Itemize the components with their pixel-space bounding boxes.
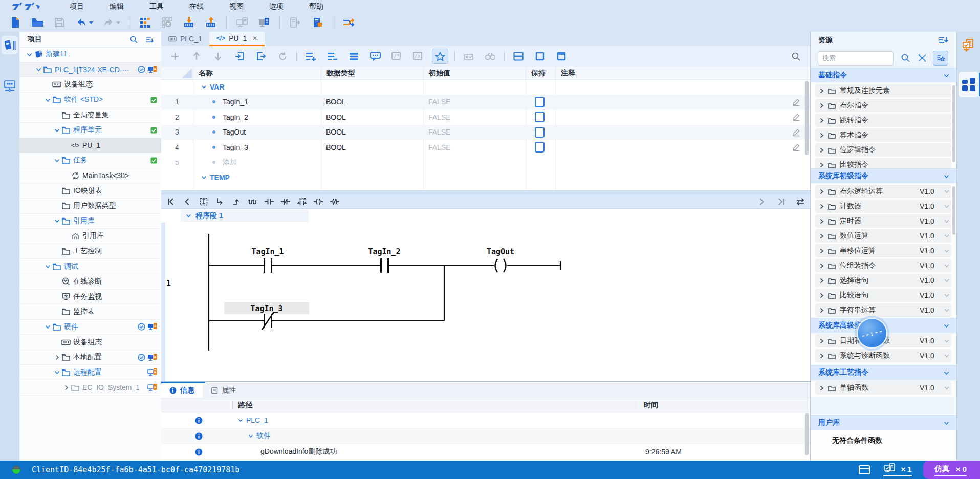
chevron-right-icon[interactable] xyxy=(819,385,824,391)
chevron-down-icon[interactable] xyxy=(944,307,950,313)
monitor-device-button[interactable] xyxy=(257,16,271,29)
comment-button[interactable] xyxy=(367,49,383,63)
chevron-down-icon[interactable] xyxy=(53,127,61,133)
chevron-down-icon[interactable] xyxy=(248,433,253,439)
chevron-right-icon[interactable] xyxy=(819,133,824,138)
var-row-TagIn_1[interactable]: 1TagIn_1BOOLFALSE xyxy=(161,95,810,110)
plus-button[interactable] xyxy=(167,49,183,63)
simulation-status[interactable]: 仿真 × 0 xyxy=(923,461,980,479)
select-all-corner[interactable] xyxy=(182,68,192,78)
resource-item--[interactable]: 常规及连接元素 xyxy=(815,84,951,97)
chevron-right-icon[interactable] xyxy=(819,103,824,108)
download-plc-button[interactable] xyxy=(182,16,195,29)
resource-item--[interactable]: 字符串运算 V1.0 xyxy=(815,303,951,317)
tree-item--[interactable]: 程序单元 xyxy=(19,123,161,138)
ld-next-button[interactable] xyxy=(755,195,768,208)
chevron-right-icon[interactable] xyxy=(819,147,824,153)
menu-item-0[interactable]: 项目 xyxy=(70,2,84,10)
chevron-down-icon[interactable] xyxy=(944,218,950,224)
chevron-down-icon[interactable] xyxy=(44,97,52,103)
split-h-button[interactable] xyxy=(511,49,526,63)
tree-item--[interactable]: 全局变量集 xyxy=(19,107,161,123)
network-title[interactable]: 程序段 1 xyxy=(186,211,223,221)
tab-pu-1[interactable]: </> PU_1 ✕ xyxy=(209,32,265,46)
col-path[interactable]: 路径 xyxy=(238,401,252,410)
ld-contact-nc-button[interactable] xyxy=(279,195,292,208)
open-project-button[interactable] xyxy=(31,16,44,29)
tree-item--[interactable]: 设备组态 xyxy=(19,335,161,350)
resource-scrollbar[interactable] xyxy=(952,85,955,162)
col-initvalue[interactable]: 初始值 xyxy=(423,67,526,79)
keep-checkbox[interactable] xyxy=(535,97,545,107)
chevron-down-icon[interactable] xyxy=(944,188,950,194)
resource-section-3[interactable]: 系统库工艺指令 xyxy=(811,365,956,380)
ladder-canvas[interactable]: 1 TagIn_1 TagIn_2 TagOut TagIn_3 xyxy=(161,223,810,376)
chevron-right-icon[interactable] xyxy=(819,308,824,313)
messages-scrollbar[interactable] xyxy=(805,413,809,455)
menu-item-4[interactable]: 视图 xyxy=(229,2,244,10)
chevron-right-icon[interactable] xyxy=(819,219,824,224)
upload-plc-button[interactable] xyxy=(204,16,217,29)
resource-item--[interactable]: 单轴函数 V1.0 xyxy=(815,381,951,395)
resource-item--[interactable]: 系统与诊断函数 V1.0 xyxy=(815,349,951,362)
tree-item--[interactable]: 在线诊断 xyxy=(19,274,161,290)
ld-branch-up-button[interactable] xyxy=(230,195,243,208)
tree-item--[interactable]: 设备组态 xyxy=(19,77,161,93)
tab-info[interactable]: 信息 xyxy=(161,383,203,398)
col-time[interactable]: 时间 xyxy=(644,401,658,410)
resource-scrollbar[interactable] xyxy=(952,186,955,235)
ld-swap-button[interactable] xyxy=(794,195,807,208)
tree-item--[interactable]: 任务监视 xyxy=(19,290,161,305)
chevron-down-icon[interactable] xyxy=(944,73,949,78)
variable-table-scrollbar[interactable] xyxy=(805,81,809,155)
export-button[interactable] xyxy=(253,49,269,63)
project-sort-icon[interactable] xyxy=(145,35,154,44)
favorites-filter-button[interactable] xyxy=(933,51,948,66)
move-down-button[interactable] xyxy=(210,49,226,63)
tree-item-io-[interactable]: IO映射表 xyxy=(19,183,161,199)
chevron-down-icon[interactable] xyxy=(944,233,950,239)
ld-prev-button[interactable] xyxy=(181,195,194,208)
keep-checkbox[interactable] xyxy=(535,112,545,122)
editor-splitter[interactable] xyxy=(161,190,810,194)
chevron-down-icon[interactable] xyxy=(35,67,42,72)
ld-coil-button[interactable] xyxy=(312,195,325,208)
edit-pencil-icon[interactable] xyxy=(792,98,801,106)
tree-item-maintask-30-[interactable]: MainTask<30> xyxy=(19,168,161,184)
tree-item--[interactable]: 任务 xyxy=(19,153,161,168)
tree-item-ec_io_system_1[interactable]: EC_IO_System_1 xyxy=(19,380,161,396)
var-datatype[interactable]: BOOL xyxy=(326,113,346,121)
undo-dropdown-caret[interactable] xyxy=(89,21,93,24)
chevron-down-icon[interactable] xyxy=(944,203,950,209)
tree-item--std-[interactable]: 软件 <STD> xyxy=(19,93,161,108)
resource-section-0[interactable]: 基础指令 xyxy=(811,68,956,82)
block-comment-button[interactable]: /* xyxy=(389,49,404,63)
close-icon[interactable]: ✕ xyxy=(252,35,257,42)
ld-contact-not-button[interactable]: NOT xyxy=(295,195,309,208)
resource-item--[interactable]: 比较指令 xyxy=(815,158,951,168)
chevron-right-icon[interactable] xyxy=(819,88,824,94)
chevron-down-icon[interactable] xyxy=(53,158,61,163)
var-name[interactable]: TagIn_3 xyxy=(223,143,248,151)
chevron-right-icon[interactable] xyxy=(819,353,824,359)
search-input[interactable] xyxy=(818,51,894,66)
resource-section-4[interactable]: 用户库 xyxy=(811,415,956,430)
chevron-down-icon[interactable] xyxy=(944,292,950,298)
var-initvalue[interactable]: FALSE xyxy=(428,98,451,106)
resource-item--[interactable]: 布尔逻辑运算 V1.0 xyxy=(815,185,951,198)
contact-nc-branch[interactable]: TagIn_3 xyxy=(224,302,309,330)
chevron-down-icon[interactable] xyxy=(53,369,61,375)
search-icon[interactable] xyxy=(791,52,801,61)
tree-item--[interactable]: 引用库 xyxy=(19,229,161,244)
var-row--[interactable]: 5添加 xyxy=(161,155,810,170)
tree-item--[interactable]: 本地配置 xyxy=(19,350,161,365)
tree-item-plc_1-t324-xe-cd-[interactable]: PLC_1[T324-XE-CD-··· xyxy=(19,62,161,78)
resource-item--[interactable]: 串移位运算 V1.0 xyxy=(815,244,951,257)
window-layout-icon[interactable] xyxy=(859,465,870,474)
compile-button[interactable] xyxy=(138,16,151,29)
simulation-toggle-button[interactable] xyxy=(342,16,355,29)
tree-item--[interactable]: 工艺控制 xyxy=(19,244,161,259)
var-initvalue[interactable]: FALSE xyxy=(428,143,451,151)
new-file-button[interactable] xyxy=(9,16,22,29)
edit-pencil-icon[interactable] xyxy=(792,128,801,137)
